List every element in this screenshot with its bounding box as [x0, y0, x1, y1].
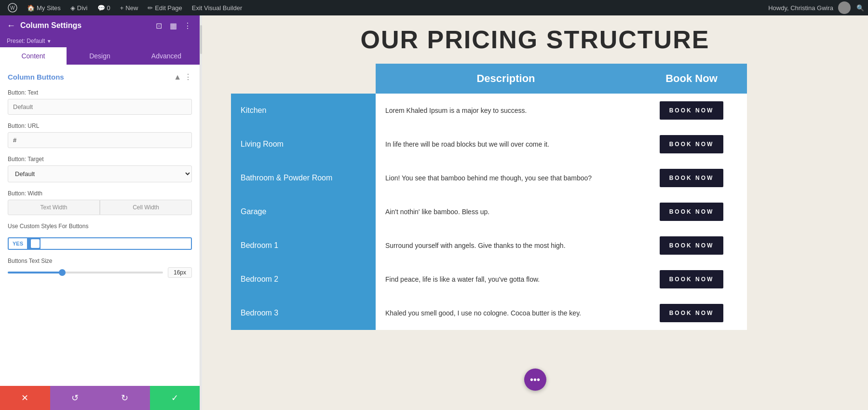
slider-thumb[interactable] — [59, 269, 66, 276]
table-row: Bedroom 3 Khaled you smell good, I use n… — [231, 296, 747, 330]
panel-actions: ✕ ↺ ↻ ✓ — [0, 386, 200, 410]
more-options-icon[interactable]: ⋮ — [182, 20, 193, 31]
home-icon: 🏠 — [27, 4, 35, 12]
book-now-button[interactable]: BOOK NOW — [660, 270, 724, 288]
canvas-area: OUR PRICING STRUCTURE Description Book N… — [202, 15, 868, 410]
panel-preset: Preset: Default ▼ — [0, 36, 200, 47]
my-sites-menu[interactable]: 🏠 My Sites — [23, 0, 65, 15]
row-book-cell: BOOK NOW — [636, 127, 747, 161]
toggle-thumb — [31, 239, 40, 248]
book-now-button[interactable]: BOOK NOW — [660, 101, 724, 120]
toggle-track — [27, 238, 41, 249]
table-row: Bedroom 2 Find peace, life is like a wat… — [231, 262, 747, 296]
slider-value[interactable]: 16px — [168, 267, 192, 278]
tab-advanced[interactable]: Advanced — [133, 47, 200, 65]
collapse-section-icon[interactable]: ▲ — [174, 73, 181, 82]
save-button[interactable]: ✓ — [150, 386, 200, 410]
section-title: Column Buttons — [8, 73, 64, 81]
row-desc-cell: Lorem Khaled Ipsum is a major key to suc… — [376, 94, 636, 127]
new-menu[interactable]: + New — [116, 0, 142, 15]
buttons-text-size-field: Buttons Text Size 16px — [8, 258, 192, 278]
section-actions: ▲ ⋮ — [174, 72, 192, 82]
button-url-field: Button: URL — [8, 123, 192, 148]
wp-logo[interactable]: W — [4, 0, 21, 15]
row-name-cell: Bathroom & Powder Room — [231, 161, 376, 195]
row-name-cell: Bedroom 2 — [231, 262, 376, 296]
redo-button[interactable]: ↻ — [100, 386, 150, 410]
book-now-button[interactable]: BOOK NOW — [660, 236, 724, 255]
cell-width-btn[interactable]: Cell Width — [100, 200, 192, 215]
layout-icon[interactable]: ▦ — [168, 20, 178, 31]
user-avatar — [838, 1, 851, 14]
section-more-icon[interactable]: ⋮ — [184, 72, 192, 82]
col-header-description: Description — [376, 64, 636, 94]
cancel-button[interactable]: ✕ — [0, 386, 50, 410]
button-width-field: Button: Width Text Width Cell Width — [8, 190, 192, 215]
page-heading: OUR PRICING STRUCTURE — [202, 15, 868, 59]
table-row: Kitchen Lorem Khaled Ipsum is a major ke… — [231, 94, 747, 127]
row-desc-cell: Find peace, life is like a water fall, y… — [376, 262, 636, 296]
divi-icon: ◈ — [70, 4, 75, 12]
search-icon[interactable]: 🔍 — [856, 4, 864, 12]
comments-menu[interactable]: 💬 0 — [94, 0, 114, 15]
panel-title: Column Settings — [20, 21, 149, 30]
row-desc-cell: Lion! You see that bamboo behind me thou… — [376, 161, 636, 195]
exit-visual-builder-btn[interactable]: Exit Visual Builder — [188, 0, 246, 15]
book-now-button[interactable]: BOOK NOW — [660, 304, 724, 322]
custom-styles-toggle-container: YES — [8, 237, 192, 250]
button-text-input[interactable] — [8, 99, 192, 115]
section-header: Column Buttons ▲ ⋮ — [8, 72, 192, 82]
row-name-cell: Bedroom 1 — [231, 229, 376, 262]
button-width-toggle: Text Width Cell Width — [8, 200, 192, 215]
preset-chevron-icon[interactable]: ▼ — [47, 39, 52, 44]
panel-tabs: Content Design Advanced — [0, 47, 200, 65]
slider-track — [8, 272, 163, 273]
row-name-cell: Kitchen — [231, 94, 376, 127]
pricing-table: Description Book Now Kitchen Lorem Khale… — [231, 64, 747, 330]
back-icon[interactable]: ← — [7, 21, 15, 31]
wp-admin-bar: W 🏠 My Sites ◈ Divi 💬 0 + New ✏ Edit Pag… — [0, 0, 868, 15]
fab-icon: ••• — [530, 374, 540, 385]
custom-styles-toggle[interactable]: YES — [8, 237, 192, 250]
resize-icon[interactable]: ⊡ — [153, 20, 164, 31]
fab-button[interactable]: ••• — [524, 369, 546, 391]
undo-button[interactable]: ↺ — [50, 386, 100, 410]
book-now-button[interactable]: BOOK NOW — [660, 169, 724, 187]
main-layout: ← Column Settings ⊡ ▦ ⋮ Preset: Default … — [0, 15, 868, 410]
tab-design[interactable]: Design — [67, 47, 133, 65]
svg-text:W: W — [10, 5, 15, 11]
custom-styles-label: Use Custom Styles For Buttons — [8, 223, 192, 230]
book-now-button[interactable]: BOOK NOW — [660, 203, 724, 221]
text-width-btn[interactable]: Text Width — [8, 200, 100, 215]
row-book-cell: BOOK NOW — [636, 161, 747, 195]
table-row: Bathroom & Powder Room Lion! You see tha… — [231, 161, 747, 195]
left-panel: ← Column Settings ⊡ ▦ ⋮ Preset: Default … — [0, 15, 200, 410]
row-book-cell: BOOK NOW — [636, 229, 747, 262]
save-icon: ✓ — [171, 393, 178, 403]
row-book-cell: BOOK NOW — [636, 262, 747, 296]
pencil-icon: ✏ — [148, 4, 153, 12]
slider-row: 16px — [8, 267, 192, 278]
panel-header: ← Column Settings ⊡ ▦ ⋮ — [0, 15, 200, 36]
row-name-cell: Living Room — [231, 127, 376, 161]
row-name-cell: Bedroom 3 — [231, 296, 376, 330]
row-name-cell: Garage — [231, 195, 376, 229]
row-book-cell: BOOK NOW — [636, 94, 747, 127]
divi-menu[interactable]: ◈ Divi — [67, 0, 92, 15]
button-target-label: Button: Target — [8, 156, 192, 163]
cancel-icon: ✕ — [21, 393, 28, 403]
button-target-select[interactable]: Default _blank _self — [8, 165, 192, 182]
edit-page-btn[interactable]: ✏ Edit Page — [144, 0, 186, 15]
redo-icon: ↻ — [121, 393, 128, 403]
row-desc-cell: Ain't nothin' like bamboo. Bless up. — [376, 195, 636, 229]
panel-body: Column Buttons ▲ ⋮ Button: Text Button: … — [0, 65, 200, 386]
button-url-input[interactable] — [8, 132, 192, 148]
undo-icon: ↺ — [71, 393, 79, 403]
button-target-field: Button: Target Default _blank _self — [8, 156, 192, 182]
button-text-field: Button: Text — [8, 89, 192, 115]
book-now-button[interactable]: BOOK NOW — [660, 135, 724, 153]
buttons-text-size-label: Buttons Text Size — [8, 258, 192, 264]
tab-content[interactable]: Content — [0, 47, 67, 65]
button-width-label: Button: Width — [8, 190, 192, 197]
custom-styles-row: Use Custom Styles For Buttons — [8, 223, 192, 230]
